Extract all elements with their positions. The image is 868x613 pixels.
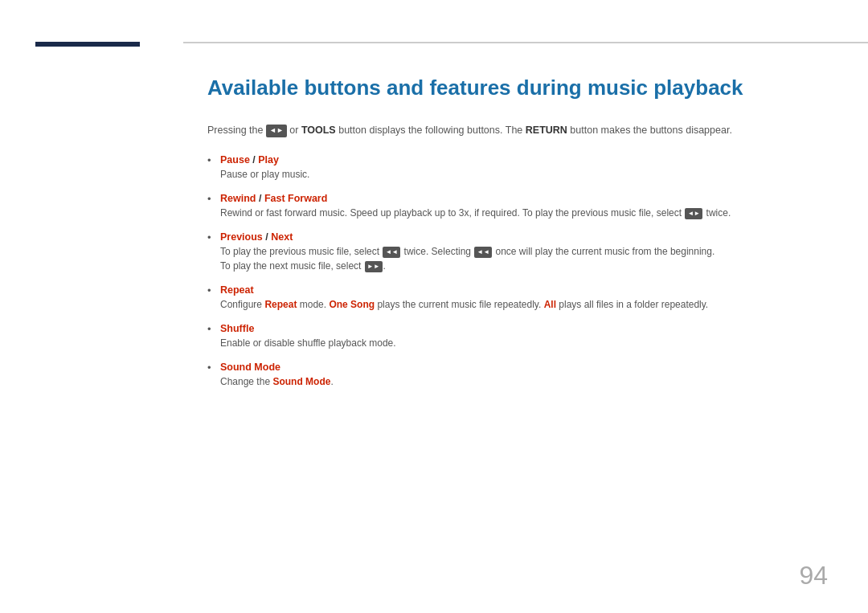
sound-mode-desc: Change the Sound Mode. xyxy=(220,376,334,387)
intro-text-mid: button displays the following buttons. T… xyxy=(338,125,526,136)
all-highlight: All xyxy=(544,299,556,310)
one-song-highlight: One Song xyxy=(329,299,375,310)
tools-label: TOOLS xyxy=(301,125,336,136)
return-label: RETURN xyxy=(526,125,567,136)
next-icon: ►► xyxy=(365,261,383,272)
intro-text-end: button makes the buttons disappear. xyxy=(570,125,732,136)
shuffle-desc: Enable or disable shuffle playback mode. xyxy=(220,337,396,349)
rewind-icon: ◄► xyxy=(685,208,702,219)
list-item-repeat: Repeat Configure Repeat mode. One Song p… xyxy=(207,284,820,312)
intro-text-before: Pressing the xyxy=(207,125,266,136)
list-item-pause-play: Pause / Play Pause or play music. xyxy=(207,154,820,182)
pause-play-desc: Pause or play music. xyxy=(220,169,309,180)
repeat-label: Repeat xyxy=(220,284,254,296)
previous-label: Previous xyxy=(220,231,263,243)
sound-mode-label: Sound Mode xyxy=(220,362,280,373)
pause-play-title: Pause / Play xyxy=(220,154,820,166)
sidebar-accent-bar xyxy=(35,42,140,47)
sidebar xyxy=(0,0,183,613)
intro-text-or: or xyxy=(289,125,301,136)
intro-paragraph: Pressing the ◄► or TOOLS button displays… xyxy=(207,123,820,138)
previous-next-title: Previous / Next xyxy=(220,231,820,243)
next-label: Next xyxy=(271,231,293,243)
list-item-sound-mode: Sound Mode Change the Sound Mode. xyxy=(207,362,820,389)
repeat-highlight: Repeat xyxy=(264,299,297,310)
sound-mode-title: Sound Mode xyxy=(220,362,820,373)
page-title: Available buttons and features during mu… xyxy=(207,76,820,100)
main-content: Available buttons and features during mu… xyxy=(183,42,868,613)
rewind-title: Rewind / Fast Forward xyxy=(220,193,820,204)
prev-icon2: ◄◄ xyxy=(474,247,492,258)
page-number: 94 xyxy=(799,561,828,591)
shuffle-title: Shuffle xyxy=(220,323,820,334)
prev-icon: ◄◄ xyxy=(383,247,400,258)
pause-label: Pause xyxy=(220,154,250,166)
fastforward-label: Fast Forward xyxy=(264,193,328,204)
play-label: Play xyxy=(258,154,279,166)
previous-next-desc: To play the previous music file, select … xyxy=(220,246,714,272)
sound-mode-highlight: Sound Mode xyxy=(272,376,330,387)
tools-icon-btn: ◄► xyxy=(266,125,287,137)
page-container: Available buttons and features during mu… xyxy=(0,0,868,613)
features-list: Pause / Play Pause or play music. Rewind… xyxy=(207,154,820,389)
list-item-previous-next: Previous / Next To play the previous mus… xyxy=(207,231,820,273)
rewind-label: Rewind xyxy=(220,193,256,204)
shuffle-label: Shuffle xyxy=(220,323,254,334)
rewind-desc: Rewind or fast forward music. Speed up p… xyxy=(220,207,731,219)
repeat-title: Repeat xyxy=(220,284,820,296)
repeat-desc: Configure Repeat mode. One Song plays th… xyxy=(220,299,708,310)
list-item-shuffle: Shuffle Enable or disable shuffle playba… xyxy=(207,323,820,350)
list-item-rewind: Rewind / Fast Forward Rewind or fast for… xyxy=(207,193,820,220)
